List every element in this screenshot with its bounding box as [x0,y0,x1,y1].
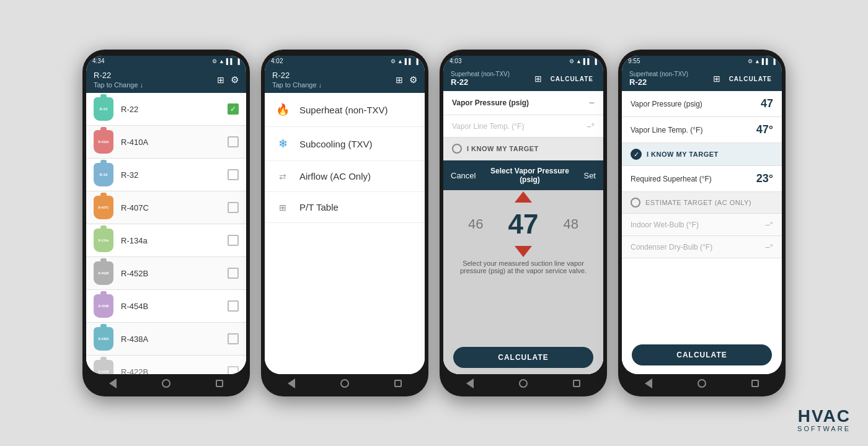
refrig-check-r22[interactable]: ✓ [228,103,239,115]
picker-area-3[interactable]: 46 47 48 [443,190,603,255]
header-title-1: R-22 [94,71,143,80]
result-vapor-pressure-value-4: 47 [761,97,773,110]
signal-icon-4: ▌▌ [762,58,770,64]
calc-btn-container-3: CALCULATE [443,341,603,374]
phone-4-screen: 9:55 ⚙ ▲ ▌▌ ▐ Superheat (non-TXV) R-22 [622,56,782,374]
refrig-check-r410a[interactable] [228,136,239,147]
refrig-item-r134a[interactable]: R-134a R-134a [86,224,246,257]
phone-4: 9:55 ⚙ ▲ ▌▌ ▐ Superheat (non-TXV) R-22 [618,50,786,396]
refrig-name-r454b: R-454B [121,302,228,311]
picker-hint-3: Select your measured suction line vaporp… [443,255,603,279]
refrig-check-r134a[interactable] [228,235,239,246]
hvac-brand: HVAC SOFTWARE [797,408,851,432]
back-btn-1[interactable] [107,378,118,389]
signal-icon-1: ▌▌ [226,58,234,64]
picker-arrow-down-3 [515,246,532,257]
refrig-check-r452b[interactable] [228,268,239,279]
menu-subcooling[interactable]: ❄ Subcooling (TXV) [265,127,425,161]
header-left-4: Superheat (non-TXV) R-22 [629,71,688,87]
calculate-header-btn-4[interactable]: CALCULATE [727,74,774,84]
grid-icon-3[interactable]: ⊞ [534,74,542,84]
grid-icon-2[interactable]: ⊞ [396,75,403,85]
estimate-row-4[interactable]: ESTIMATE TARGET (AC ONLY) [622,192,782,214]
iknow-active-4[interactable]: ✓ I KNOW MY TARGET [622,143,782,166]
recent-btn-2[interactable] [392,378,404,389]
refrig-item-r438a[interactable]: R-438A R-438A [86,323,246,356]
set-label-3[interactable]: Set [583,171,596,180]
status-time-3: 4:03 [450,58,461,64]
battery-icon-4: ▐ [772,58,776,64]
bottle-r22: R-22 [94,97,113,121]
radio-estimate-4[interactable] [631,198,640,208]
menu-airflow[interactable]: ⇄ Airflow (AC Only) [265,161,425,192]
hvac-title: HVAC [798,408,851,425]
refrig-item-r407c[interactable]: R-407C R-407C [86,191,246,224]
gear-icon-2[interactable]: ⚙ [409,74,417,85]
phone-2: 4:02 ⚙ ▲ ▌▌ ▐ R-22 Tap to Change ↓ [261,50,428,396]
iknow-row-3[interactable]: I KNOW MY TARGET [443,138,603,160]
refrig-check-r32[interactable] [228,169,239,180]
header-left-3: Superheat (non-TXV) R-22 [451,71,510,87]
grayed-dry-bulb-4: Condenser Dry-Bulb (°F) –° [622,236,782,258]
header-icons-1: ⊞ ⚙ [217,74,239,85]
app-header-3: Superheat (non-TXV) R-22 ⊞ CALCULATE [443,66,603,91]
back-btn-3[interactable] [464,378,476,389]
status-icons-4: ⚙ ▲ ▌▌ ▐ [748,58,776,64]
recent-btn-4[interactable] [750,378,761,389]
bottle-r452b: R-452B [94,261,113,285]
iknow-label-3: I KNOW MY TARGET [467,145,539,152]
refrig-item-r452b[interactable]: R-452B R-452B [86,257,246,290]
home-btn-4[interactable] [696,378,707,389]
estimate-label-4: ESTIMATE TARGET (AC ONLY) [645,199,751,206]
refrig-check-r407c[interactable] [228,202,239,213]
refrig-check-r454b[interactable] [228,300,239,312]
wifi-icon-1: ▲ [219,58,224,64]
refrig-item-r22[interactable]: R-22 R-22 ✓ [86,93,246,126]
settings-icon-3: ⚙ [569,58,574,64]
settings-icon-2: ⚙ [391,58,396,64]
refrig-check-r422b[interactable] [228,366,239,374]
cancel-label-3[interactable]: Cancel [451,171,476,180]
calculate-btn-4[interactable]: CALCULATE [632,344,772,365]
home-btn-1[interactable] [161,378,172,389]
grid-icon-1[interactable]: ⊞ [217,75,224,85]
status-icons-1: ⚙ ▲ ▌▌ ▐ [212,58,240,64]
recent-btn-1[interactable] [214,378,225,389]
calculate-header-btn-3[interactable]: CALCULATE [548,74,596,84]
battery-icon-1: ▐ [236,58,240,64]
bottle-r410a: R-410A [94,130,113,154]
radio-iknow-3[interactable] [452,144,462,154]
req-superheat-label-4: Required Superheat (°F) [631,175,756,183]
recent-btn-3[interactable] [571,378,582,389]
home-btn-3[interactable] [518,378,529,389]
picker-center-3: 47 [508,209,539,240]
refrig-name-r410a: R-410A [121,138,228,147]
menu-label-superheat: Superheat (non-TXV) [299,105,388,115]
vapor-pressure-value-3: – [589,97,595,108]
refrig-item-r32[interactable]: R-32 R-32 [86,159,246,191]
vapor-temp-label-3: Vapor Line Temp. (°F) [452,122,587,131]
header-icons-2: ⊞ ⚙ [396,74,417,85]
back-btn-2[interactable] [286,378,297,389]
table-icon: ⊞ [273,203,292,212]
calculate-btn-3[interactable]: CALCULATE [453,347,593,368]
req-superheat-value-4: 23° [756,172,773,185]
back-btn-4[interactable] [643,378,654,389]
screen-content-4: Vapor Pressure (psig) 47 Vapor Line Temp… [622,91,782,374]
vapor-pressure-label-3: Vapor Pressure (psig) [452,98,589,107]
refrig-item-r422b[interactable]: R-422B R-422B [86,356,246,374]
status-bar-1: 4:34 ⚙ ▲ ▌▌ ▐ [86,56,246,66]
refrig-name-r22: R-22 [121,105,228,114]
refrig-item-r410a[interactable]: R-410A R-410A [86,126,246,159]
air-icon: ⇄ [273,172,292,181]
refrig-check-r438a[interactable] [228,333,239,344]
home-btn-2[interactable] [339,378,350,389]
refrig-item-r454b[interactable]: R-454B R-454B [86,290,246,323]
menu-superheat[interactable]: 🔥 Superheat (non-TXV) [265,93,425,127]
spacer-3 [443,279,603,341]
hvac-sub: SOFTWARE [797,425,851,432]
gear-icon-1[interactable]: ⚙ [231,74,239,85]
grid-icon-4[interactable]: ⊞ [713,74,720,84]
settings-icon-4: ⚙ [748,58,753,64]
menu-pt-table[interactable]: ⊞ P/T Table [265,192,425,223]
